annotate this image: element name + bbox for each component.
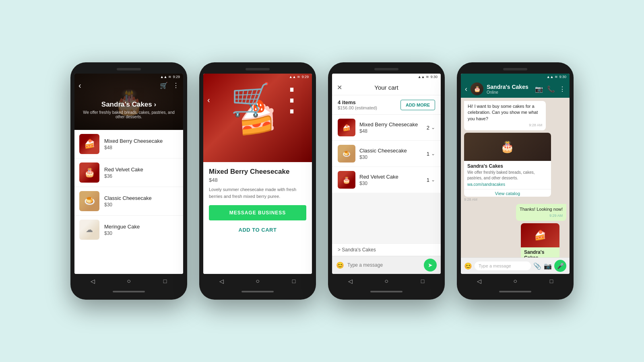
cart-item-2: 🍮 Classic Cheesecake $30 1 ⌄ xyxy=(332,141,441,167)
cart-message-input[interactable] xyxy=(347,262,421,268)
back-nav-3[interactable]: ◁ xyxy=(346,277,354,285)
recent-nav-2[interactable]: □ xyxy=(290,277,298,285)
video-icon[interactable]: 📷 xyxy=(535,85,543,93)
chat-msg-3-text: Thanks! Looking now! xyxy=(520,207,563,212)
product-list-1: 🍰 Mixed Berry Cheesecake $48 🎂 Red Velve… xyxy=(74,130,183,274)
more-icon-2[interactable]: ⋮ xyxy=(276,81,308,119)
home-nav-2[interactable]: ○ xyxy=(254,277,262,285)
message-business-btn[interactable]: MESSAGE BUSINESS xyxy=(209,205,306,220)
more-icon-1[interactable]: ⋮ xyxy=(173,82,179,89)
qty-arrow-2[interactable]: ⌄ xyxy=(431,151,435,156)
attachment-icon[interactable]: 📎 xyxy=(533,262,541,270)
view-catalog-link[interactable]: View catalog xyxy=(464,189,551,197)
nav-bar-3: ◁ ○ □ xyxy=(332,274,441,288)
product-price-2: $36 xyxy=(104,173,178,179)
cart-item-info-2: Classic Cheesecake $30 xyxy=(359,148,423,160)
add-more-btn[interactable]: ADD MORE xyxy=(400,100,435,110)
camera-icon[interactable]: 📷 xyxy=(544,262,552,270)
product-item-1[interactable]: 🍰 Mixed Berry Cheesecake $48 xyxy=(74,130,183,158)
time-4: 9:30 xyxy=(559,75,566,79)
product-name-1: Mixed Berry Cheesecake xyxy=(104,138,178,144)
store-title[interactable]: Sandra's Cakes › xyxy=(74,101,183,109)
cart-thumb-2: 🍮 xyxy=(338,145,355,162)
phone-1-screen: 🎂 ▲▲ ≋ 9:29 ‹ 🛒 ⋮ Sandra's xyxy=(74,74,183,274)
back-nav-1[interactable]: ◁ xyxy=(89,277,97,285)
product-detail-image: ▲▲ ≋ 9:29 ‹ 🛒 ⋮ 🍰 xyxy=(203,74,312,162)
cart-item-3: 🎂 Red Velvet Cake $30 1 ⌄ xyxy=(332,167,441,193)
qty-arrow-3[interactable]: ⌄ xyxy=(431,177,435,183)
home-nav-4[interactable]: ○ xyxy=(511,277,519,285)
time-3: 9:30 xyxy=(430,75,438,79)
qty-arrow-1[interactable]: ⌄ xyxy=(431,125,435,130)
back-nav-4[interactable]: ◁ xyxy=(475,277,483,285)
wifi-icon-1: ≋ xyxy=(168,75,171,79)
back-icon-1[interactable]: ‹ xyxy=(78,81,81,90)
back-nav-2[interactable]: ◁ xyxy=(217,277,225,285)
nav-bar-2: ◁ ○ □ xyxy=(203,274,312,288)
phone-4-screen: ▲▲ ≋ 9:30 ‹ 🎂 Sandra's Cakes Online 📷 📞 … xyxy=(461,74,570,274)
qty-control-3[interactable]: 1 ⌄ xyxy=(427,177,435,183)
cart-cake-2: 🍮 xyxy=(338,145,355,162)
cart-close-btn[interactable]: ✕ xyxy=(337,84,342,91)
detail-product-name: Mixed Berry Cheesecake xyxy=(209,168,306,176)
phone-1: 🎂 ▲▲ ≋ 9:29 ‹ 🛒 ⋮ Sandra's xyxy=(70,62,187,300)
catalog-card-title: Sandra's Cakes xyxy=(467,163,548,169)
more-icon-4[interactable]: ⋮ xyxy=(559,85,566,93)
signal-4: ▲▲ xyxy=(547,75,554,79)
call-icon[interactable]: 📞 xyxy=(547,85,555,93)
phone-2-screen: ▲▲ ≋ 9:29 ‹ 🛒 ⋮ 🍰 Mixed Berry Cheesecak xyxy=(203,74,312,274)
cart-item-name-2: Classic Cheesecake xyxy=(359,148,423,154)
nav-bar-4: ◁ ○ □ xyxy=(461,274,570,288)
cart-estimate: $156.00 (estimated) xyxy=(338,105,377,110)
store-header: 🎂 ▲▲ ≋ 9:29 ‹ 🛒 ⋮ Sandra's xyxy=(74,74,183,130)
cart-item-1: 🍰 Mixed Berry Cheesecake $48 2 ⌄ xyxy=(332,115,441,141)
recent-nav-4[interactable]: □ xyxy=(547,277,555,285)
recent-nav-1[interactable]: □ xyxy=(161,277,169,285)
cart-cake-1: 🍰 xyxy=(338,119,355,136)
product-share-body: Sandra's Cakes 🛒 4 items xyxy=(521,247,559,257)
catalog-card-link[interactable]: wa.com/sandracakes xyxy=(467,182,548,187)
chat-action-icons: 📷 📞 ⋮ xyxy=(535,85,566,93)
send-btn-3[interactable]: ➤ xyxy=(424,259,437,272)
product-item-4[interactable]: ☁ Meringue Cake $30 xyxy=(74,216,183,244)
product-item-2[interactable]: 🎂 Red Velvet Cake $36 xyxy=(74,158,183,187)
product-thumb-1: 🍰 xyxy=(79,134,99,154)
product-item-3[interactable]: 🍮 Classic Cheesecake $30 xyxy=(74,187,183,216)
product-share-card[interactable]: 🍰 Sandra's Cakes 🛒 4 items I'd like to b… xyxy=(521,223,559,257)
chat-msg-3-time: 9:29 AM xyxy=(520,213,563,218)
emoji-icon-3[interactable]: 😊 xyxy=(336,261,344,269)
back-icon-2[interactable]: ‹ xyxy=(207,95,210,105)
cart-icon-2[interactable]: 🛒 xyxy=(231,81,271,119)
phone-speaker-1 xyxy=(117,68,141,70)
phone-speaker-2 xyxy=(246,68,270,70)
status-bar-4: ▲▲ ≋ 9:30 xyxy=(461,74,570,80)
phone-3-screen: ▲▲ ≋ 9:30 ✕ Your cart 4 items $156.00 (e… xyxy=(332,74,441,274)
cake-image-2: 🎂 xyxy=(79,162,99,183)
add-to-cart-btn[interactable]: ADD TO CART xyxy=(209,223,306,237)
product-thumb-3: 🍮 xyxy=(79,191,99,211)
product-name-4: Meringue Cake xyxy=(104,224,178,230)
cart-items-count: 4 items xyxy=(338,99,377,105)
cart-title: Your cart xyxy=(374,84,398,91)
product-thumb-4: ☁ xyxy=(79,220,99,240)
product-name-3: Classic Cheesecake xyxy=(104,195,178,201)
qty-control-1[interactable]: 2 ⌄ xyxy=(427,125,435,131)
chat-back-btn[interactable]: ‹ xyxy=(465,85,467,93)
emoji-icon-4[interactable]: 😊 xyxy=(464,262,472,270)
qty-control-2[interactable]: 1 ⌄ xyxy=(427,151,435,157)
cart-summary: 4 items $156.00 (estimated) ADD MORE xyxy=(332,95,441,115)
wifi-3: ≋ xyxy=(426,75,429,79)
wifi-2: ≋ xyxy=(297,75,300,79)
record-btn[interactable]: 🎤 xyxy=(554,260,566,272)
recent-nav-3[interactable]: □ xyxy=(419,277,427,285)
cart-icon-1[interactable]: 🛒 xyxy=(160,82,168,89)
home-nav-3[interactable]: ○ xyxy=(382,277,390,285)
signal-3: ▲▲ xyxy=(418,75,425,79)
catalog-card[interactable]: 🎂 Sandra's Cakes We offer freshly baked … xyxy=(464,133,551,197)
home-nav-1[interactable]: ○ xyxy=(125,277,133,285)
chat-input-field[interactable]: Type a message xyxy=(475,261,531,270)
time-2: 9:29 xyxy=(301,75,309,79)
chat-input-placeholder: Type a message xyxy=(479,263,511,268)
chat-contact-status: Online xyxy=(487,90,532,95)
chat-msg-3: Thanks! Looking now! 9:29 AM xyxy=(516,204,566,221)
